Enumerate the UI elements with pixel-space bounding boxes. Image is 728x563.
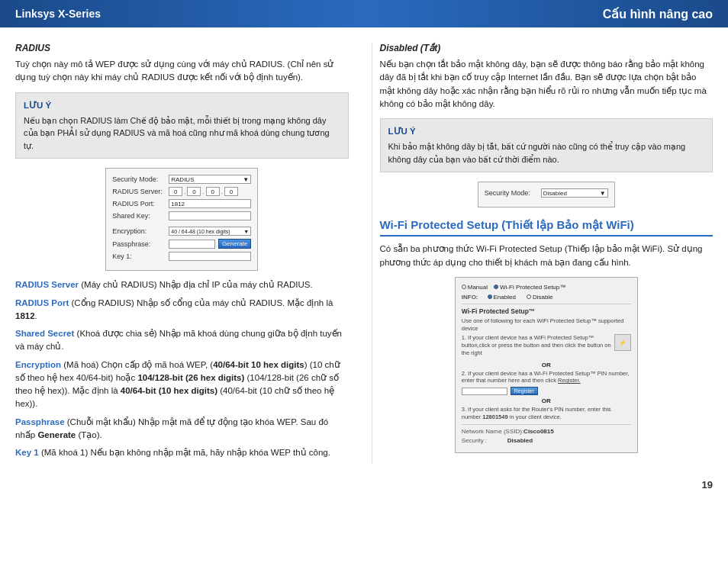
wps-step1-row: 1. If your client device has a WiFi Prot… [462,334,631,359]
radio-wps[interactable]: Wi-Fi Protected Setup™ [494,284,565,291]
disabled-text: Nếu bạn chọn tắt bảo mật không dây, bạn … [380,58,714,111]
screenshot-encryption-select[interactable]: 40 / 64-48 (10 hex digits) ▼ [169,227,251,236]
screenshot-mode-value: RADIUS [171,176,194,183]
screenshot-passphrase-row: Passphrase: Generate [112,239,251,249]
wps-info-row: INFO: Enabled Disable [462,294,631,301]
disabled-note: LƯU Ý Khi bảo mật không dây bị tắt, bất … [380,118,714,172]
ip-octet-4[interactable]: 0 [224,187,238,196]
radio-manual-circle [462,285,466,289]
disabled-title: Disabled (Tắt) [380,43,714,53]
param-radius-server: RADIUS Server (Máy chủ RADIUS) Nhập địa … [15,278,349,291]
disabled-screenshot: Security Mode: Disabled ▼ [478,182,615,208]
radius-screenshot: Security Mode: RADIUS ▼ RADIUS Server: 0… [105,168,258,271]
ip-octet-3[interactable]: 0 [206,187,220,196]
disabled-arrow-icon: ▼ [600,190,606,197]
radio-manual-label: Manual [468,284,488,291]
enabled-circle [488,294,492,299]
wps-button-icon[interactable]: ⚡ [614,334,631,351]
screenshot-sharedkey-input[interactable] [169,211,251,220]
register-button[interactable]: Register [511,387,538,395]
wps-step2-text: 2. If your client device has a Wi-Fi Pro… [462,370,631,385]
ip-octet-1[interactable]: 0 [169,187,182,196]
dropdown-arrow-icon: ▼ [243,176,249,183]
wps-or-1: OR [462,362,631,368]
wps-radio-group: Manual Wi-Fi Protected Setup™ [462,284,631,291]
screenshot-port-row: RADIUS Port: 1812 [112,199,251,208]
wps-subtitle: Use one of following for each WiFi Prote… [462,317,631,333]
wps-screenshot: Manual Wi-Fi Protected Setup™ INFO: Enab… [455,277,638,453]
wps-step3-text: 3. If your client asks for the Router's … [462,406,631,421]
header-title: Cấu hình nâng cao [603,7,713,21]
wps-step2-row: 2. If your client device has a Wi-Fi Pro… [462,370,631,396]
disable-circle [527,294,531,299]
screenshot-passphrase-input[interactable] [169,240,215,249]
left-column: RADIUS Tuỳ chọn này mô tả WEP được sử dụ… [15,43,356,464]
disabled-mode-row: Security Mode: Disabled ▼ [485,188,608,198]
screenshot-port-label: RADIUS Port: [112,200,166,208]
screenshot-encryption-label: Encryption: [112,227,166,235]
screenshot-sharedkey-label: Shared Key: [112,212,166,220]
right-column: Disabled (Tắt) Nếu bạn chọn tắt bảo mật … [372,43,714,464]
wps-divider-1 [462,304,631,304]
screenshot-server-label: RADIUS Server: [112,188,166,195]
header-brand: Linksys X-Series [15,8,101,20]
screenshot-key1-label: Key 1: [112,253,166,260]
screenshot-port-input[interactable]: 1812 [169,199,251,208]
toggle-disable[interactable]: Disable [527,294,553,301]
header: Linksys X-Series Cấu hình nâng cao [0,0,728,27]
ip-input-group: 0 . 0 . 0 . 0 [169,187,251,196]
screenshot-server-row: RADIUS Server: 0 . 0 . 0 . 0 [112,187,251,196]
generate-button[interactable]: Generate [218,239,251,249]
radio-wps-circle [494,285,498,289]
disabled-mode-value: Disabled [543,190,567,197]
disabled-note-text: Khi bảo mật không dây bị tắt, bất cứ ngư… [388,140,705,166]
screenshot-key-row: Shared Key: [112,211,251,220]
main-content: RADIUS Tuỳ chọn này mô tả WEP được sử dụ… [0,27,728,479]
wps-or-2: OR [462,397,631,404]
radius-text: Tuỳ chọn này mô tả WEP được sử dụng cùng… [15,58,349,85]
param-encryption: Encryption (Mã hoá) Chọn cấp độ mã hoá W… [15,359,349,411]
wps-network-value: Cisco0815 [523,428,554,435]
wps-text: Có sẵn ba phương thức Wi-Fi Protected Se… [380,243,714,269]
param-shared-secret: Shared Secret (Khoá được chia sẻ) Nhập m… [15,327,349,354]
radius-note: LƯU Ý Nếu bạn chọn RADIUS làm Chế độ bảo… [15,92,349,159]
screenshot-encryption-row: Encryption: 40 / 64-48 (10 hex digits) ▼ [112,227,251,236]
page-number: 19 [0,479,728,498]
param-passphrase: Passphrase (Chuỗi mật khẩu) Nhập mật mã … [15,416,349,442]
radio-wps-label: Wi-Fi Protected Setup™ [500,284,565,291]
radius-note-title: LƯU Ý [24,99,340,112]
toggle-enabled[interactable]: Enabled [488,294,516,301]
encryption-arrow-icon: ▼ [243,229,249,234]
wps-heading: Wi-Fi Protected Setup (Thiết lập Bảo mật… [380,218,714,236]
wps-pin-input[interactable] [462,388,507,395]
disabled-note-title: LƯU Ý [388,125,705,138]
param-key1: Key 1 (Mã khoá 1) Nếu bạn không nhập mật… [15,446,349,459]
radius-title: RADIUS [15,43,349,53]
screenshot-key1-input[interactable] [169,252,251,261]
wps-divider-2 [462,424,631,425]
wps-section: Wi-Fi Protected Setup (Thiết lập Bảo mật… [380,218,714,452]
radius-note-text: Nếu bạn chọn RADIUS làm Chế độ bảo mật, … [24,114,340,153]
disabled-mode-select[interactable]: Disabled ▼ [541,188,608,198]
wps-network-row: Network Name (SSID): Cisco0815 [462,428,631,435]
disable-label: Disable [533,294,553,301]
wps-step1-text: 1. If your client device has a WiFi Prot… [462,334,611,356]
wps-info-label: INFO: [462,294,478,301]
screenshot-mode-label: Security Mode: [112,175,166,183]
wps-security-row: Security : Disabled [462,437,631,444]
wps-section-title: Wi-Fi Protected Setup™ [462,307,631,315]
screenshot-key1-row: Key 1: [112,252,251,261]
param-radius-port: RADIUS Port (Cổng RADIUS) Nhập số cổng c… [15,297,349,323]
wps-security-label: Security : [462,437,507,444]
wps-network-label: Network Name (SSID): [462,428,523,435]
radio-manual[interactable]: Manual [462,284,488,291]
screenshot-passphrase-label: Passphrase: [112,240,166,248]
encryption-value: 40 / 64-48 (10 hex digits) [171,229,230,234]
disabled-mode-label: Security Mode: [485,189,538,197]
screenshot-mode-select[interactable]: RADIUS ▼ [169,175,251,184]
params-section: RADIUS Server (Máy chủ RADIUS) Nhập địa … [15,278,349,459]
screenshot-mode-row: Security Mode: RADIUS ▼ [112,175,251,184]
enabled-label: Enabled [494,294,516,301]
wps-security-value: Disabled [507,437,533,444]
ip-octet-2[interactable]: 0 [187,187,201,196]
